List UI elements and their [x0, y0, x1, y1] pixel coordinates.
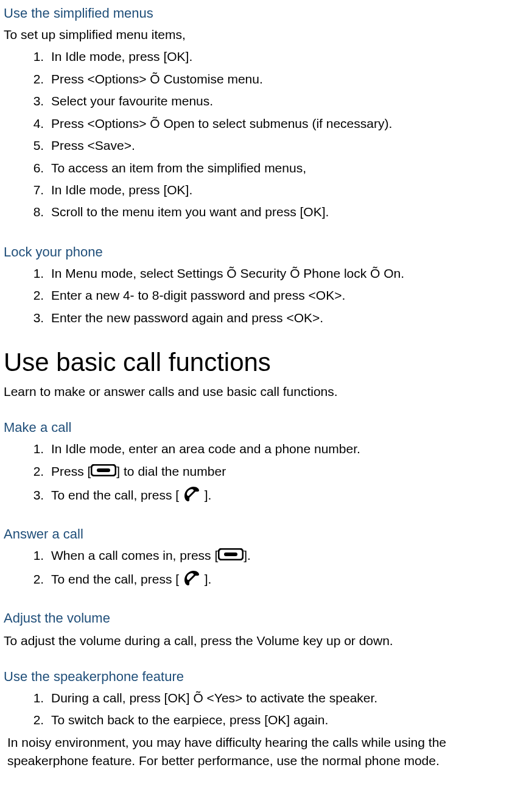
end-call-key-icon [183, 485, 201, 507]
list-speakerphone: During a call, press [OK] Õ <Yes> to act… [4, 689, 520, 730]
heading-simplified-menus: Use the simplified menus [4, 4, 520, 23]
list-item: In Menu mode, select Settings Õ Security… [47, 264, 520, 283]
call-key-icon [218, 547, 244, 565]
text-fragment: ]. [201, 572, 212, 586]
note-speakerphone: In noisy environment, you may have diffi… [4, 733, 520, 771]
text-fragment: ]. [244, 548, 251, 562]
list-item: To end the call, press [ ]. [47, 569, 520, 591]
list-item: Press <Options> Õ Open to select submenu… [47, 115, 520, 133]
list-item: During a call, press [OK] Õ <Yes> to act… [47, 689, 520, 707]
list-item: Press <Save>. [47, 136, 520, 155]
intro-simplified-menus: To set up simplified menu items, [4, 26, 520, 44]
heading-lock-phone: Lock your phone [4, 242, 520, 262]
list-lock-phone: In Menu mode, select Settings Õ Security… [4, 264, 520, 327]
text-fragment: ] to dial the number [116, 464, 226, 478]
list-simplified-menus: In Idle mode, press [OK]. Press <Options… [4, 48, 520, 222]
list-answer-call: When a call comes in, press []. To end t… [4, 546, 520, 591]
list-item: To switch back to the earpiece, press [O… [47, 711, 520, 729]
list-item: In Idle mode, enter an area code and a p… [47, 440, 520, 458]
list-item: Press <Options> Õ Customise menu. [47, 70, 520, 88]
list-item: Scroll to the menu item you want and pre… [47, 203, 520, 221]
list-item: When a call comes in, press []. [47, 546, 520, 566]
heading-answer-call: Answer a call [4, 524, 520, 544]
list-item: Enter a new 4- to 8-digit password and p… [47, 286, 520, 305]
heading-make-call: Make a call [4, 418, 520, 437]
heading-basic-call: Use basic call functions [4, 344, 520, 381]
text-adjust-volume: To adjust the volume during a call, pres… [4, 632, 520, 650]
text-fragment: To end the call, press [ [51, 488, 183, 502]
svg-rect-4 [224, 553, 237, 556]
heading-adjust-volume: Adjust the volume [4, 609, 520, 628]
text-fragment: ]. [201, 488, 212, 502]
list-item: In Idle mode, press [OK]. [47, 181, 520, 199]
list-item: To access an item from the simplified me… [47, 159, 520, 177]
heading-speakerphone: Use the speakerphone feature [4, 667, 520, 687]
svg-rect-1 [97, 468, 110, 472]
list-item: To end the call, press [ ]. [47, 485, 520, 507]
list-make-call: In Idle mode, enter an area code and a p… [4, 440, 520, 507]
list-item: In Idle mode, press [OK]. [47, 48, 520, 66]
list-item: Press [] to dial the number [47, 462, 520, 482]
text-fragment: When a call comes in, press [ [51, 548, 218, 562]
end-call-key-icon [183, 569, 201, 591]
call-key-icon [91, 463, 116, 481]
text-fragment: To end the call, press [ [51, 572, 183, 586]
text-fragment: Press [ [51, 464, 91, 478]
intro-basic-call: Learn to make or answer calls and use ba… [4, 383, 520, 401]
list-item: Enter the new password again and press <… [47, 309, 520, 327]
list-item: Select your favourite menus. [47, 92, 520, 110]
